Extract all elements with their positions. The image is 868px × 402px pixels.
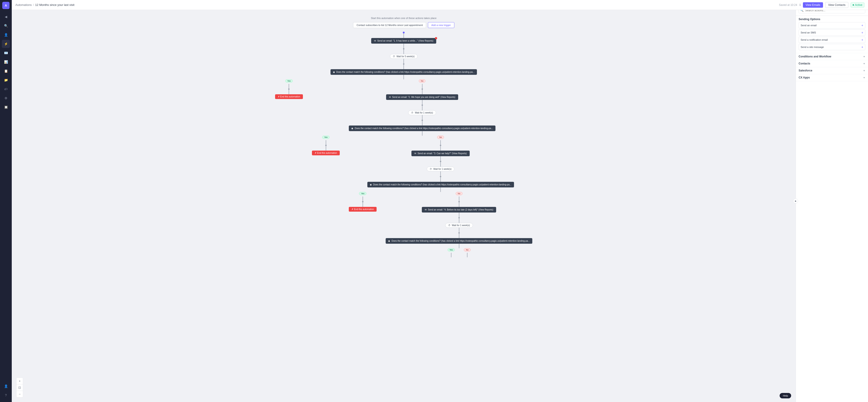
clock-icon-2: ⏱ xyxy=(411,112,413,114)
end-automation-btn-2[interactable]: ✗ End this automation xyxy=(312,151,340,155)
conn-b3 xyxy=(440,187,441,192)
email-node-3[interactable]: ✉ Send an email: "3. Can we help?" (View… xyxy=(411,151,470,156)
zoom-fit-button[interactable]: ⊡ xyxy=(17,384,23,391)
chevron-down-icon-1: ▼ xyxy=(863,55,865,58)
branch-yes-3: Yes ✗ End this automation xyxy=(349,192,377,212)
sidebar-item-settings[interactable]: ⚙ xyxy=(2,94,10,102)
no-label-2: No xyxy=(437,136,444,139)
salesforce-section[interactable]: Salesforce ▼ xyxy=(796,67,868,74)
conn-b4 xyxy=(459,244,459,248)
trigger-btn-add[interactable]: Add a new trigger xyxy=(428,22,454,28)
conn-y2b xyxy=(326,146,326,151)
salesforce-section-title: Salesforce xyxy=(799,69,812,72)
branch-yes-1: Yes ✗ End this automation xyxy=(275,80,303,99)
condition-node-4[interactable]: ◉ Does the contact match the following c… xyxy=(385,238,532,244)
breadcrumb-separator: / xyxy=(33,3,34,6)
conn-yes-2 xyxy=(289,90,289,94)
branch-2: Yes ✗ End this automation No xyxy=(312,136,532,257)
conn-w3 xyxy=(440,162,441,167)
automation-canvas[interactable]: Start this automation when one of these … xyxy=(12,10,796,402)
main-canvas: Start this automation when one of these … xyxy=(12,10,796,402)
send-sms-label: Send an SMS xyxy=(801,31,816,34)
send-sms-plus: + xyxy=(862,31,863,34)
contacts-section[interactable]: Contacts ▼ xyxy=(796,60,868,67)
condition-node-1[interactable]: ◉ Does the contact match the following c… xyxy=(331,69,477,75)
sidebar-item-automations[interactable]: ⚡ xyxy=(2,40,10,48)
condition-icon-2: ◉ xyxy=(351,127,353,129)
send-email-item[interactable]: Send an email + xyxy=(799,22,865,29)
wait-node-1[interactable]: ⏱ Wait for 5 week(s) xyxy=(390,54,417,59)
email-icon-2: ✉ xyxy=(389,96,391,98)
conditions-workflow-section[interactable]: Conditions and Workflow ▼ xyxy=(796,53,868,60)
condition-node-2[interactable]: ◉ Does the contact match the following c… xyxy=(349,125,495,131)
sidebar-item-contacts[interactable]: 👤 xyxy=(2,31,10,39)
chevron-down-icon-2: ▼ xyxy=(863,62,865,65)
sidebar-item-search[interactable]: 🔍 xyxy=(2,22,10,30)
conn-3 xyxy=(403,50,404,54)
conn-n2b xyxy=(440,146,441,151)
status-dot xyxy=(852,4,854,6)
yes-label-3: Yes xyxy=(359,192,366,195)
conn-6 xyxy=(403,75,404,80)
conn-c3b xyxy=(440,177,441,182)
sidebar-item-lists[interactable]: 📁 xyxy=(2,76,10,84)
email-icon-4: ✉ xyxy=(425,209,427,211)
branch-yes-2: Yes ✗ End this automation xyxy=(312,136,340,155)
wait-node-4[interactable]: ⏱ Wait for 1 week(s) xyxy=(445,223,473,228)
sidebar-item-apps[interactable]: 🔲 xyxy=(2,103,10,111)
trigger-header: Start this automation when one of these … xyxy=(371,17,436,20)
conn-yes-1 xyxy=(289,84,289,88)
email-node-4[interactable]: ✉ Send an email: "4. Before its too late… xyxy=(422,207,496,213)
conn-4 xyxy=(403,59,404,63)
wait-node-2-label: Wait for 1 week(s) xyxy=(415,112,433,114)
condition-icon-1: ◉ xyxy=(333,71,335,73)
send-notification-item[interactable]: Send a notification email + xyxy=(799,37,865,43)
sidebar-item-profile[interactable]: 👤 xyxy=(2,382,10,390)
send-site-message-item[interactable]: Send a site message + xyxy=(799,44,865,50)
conn-5 xyxy=(403,65,404,69)
saved-text: Saved at 10:24 xyxy=(779,3,797,6)
sidebar-bottom: 👤 ? xyxy=(2,382,10,402)
view-emails-button[interactable]: View Emails xyxy=(803,2,823,8)
end-automation-btn-3[interactable]: ✗ End this automation xyxy=(349,207,377,212)
breadcrumb-parent[interactable]: Automations xyxy=(16,3,32,6)
sending-options-title: Sending Options xyxy=(799,18,865,21)
email-icon-1: ✉ xyxy=(374,39,376,42)
info-icon[interactable]: ℹ xyxy=(800,3,801,6)
condition-node-2-label: Does the contact match the following con… xyxy=(355,127,493,129)
email-node-1-wrap: ✉ Send an email: "1. It has been a while… xyxy=(371,38,436,43)
sidebar-item-tags[interactable]: 🏷 xyxy=(2,85,10,93)
help-button[interactable]: Help xyxy=(780,393,791,398)
cx-apps-section[interactable]: CX Apps ▼ xyxy=(796,74,868,81)
status-badge[interactable]: Active xyxy=(850,2,864,7)
zoom-out-button[interactable]: − xyxy=(17,391,23,397)
view-contacts-button[interactable]: View Contacts xyxy=(825,2,848,8)
sidebar-item-help-nav[interactable]: ? xyxy=(2,391,10,399)
chevron-down-icon-3: ▼ xyxy=(863,69,865,72)
email-node-2[interactable]: ✉ Send an email: "2. We hope you are doi… xyxy=(386,94,458,100)
zoom-in-button[interactable]: + xyxy=(17,378,23,384)
conn-w2 xyxy=(422,106,423,110)
send-sms-item[interactable]: Send an SMS + xyxy=(799,29,865,36)
clock-icon-4: ⏱ xyxy=(448,224,451,226)
sidebar-item-campaigns[interactable]: 📧 xyxy=(2,49,10,57)
send-notification-label: Send a notification email xyxy=(801,38,828,41)
panel-collapse-btn[interactable]: ▶ xyxy=(793,198,798,204)
conn-y2 xyxy=(326,140,326,145)
wait-node-4-label: Wait for 1 week(s) xyxy=(452,224,470,226)
email-node-1[interactable]: ✉ Send an email: "1. It has been a while… xyxy=(371,38,436,43)
condition-node-3[interactable]: ◉ Does the contact match the following c… xyxy=(367,182,514,187)
wait-node-2[interactable]: ⏱ Wait for 1 week(s) xyxy=(408,110,436,115)
chevron-down-icon-4: ▼ xyxy=(863,76,865,79)
sidebar-item-reports[interactable]: 📊 xyxy=(2,58,10,66)
trigger-row: Contact subscribes to list 12 Months sin… xyxy=(353,22,454,28)
trigger-btn-1[interactable]: Contact subscribes to list 12 Months sin… xyxy=(353,22,426,28)
end-automation-btn-1[interactable]: ✗ End this automation xyxy=(275,94,303,99)
wait-node-3[interactable]: ⏱ Wait for 1 week(s) xyxy=(427,167,454,172)
sidebar-item-forms[interactable]: 📋 xyxy=(2,67,10,75)
yes-label-4: Yes xyxy=(447,248,455,251)
app-logo[interactable]: A xyxy=(2,2,9,9)
flow-wrapper: Start this automation when one of these … xyxy=(275,17,532,257)
connector-dot-top xyxy=(403,32,405,33)
sidebar-item-back[interactable]: ◀ xyxy=(2,13,10,21)
